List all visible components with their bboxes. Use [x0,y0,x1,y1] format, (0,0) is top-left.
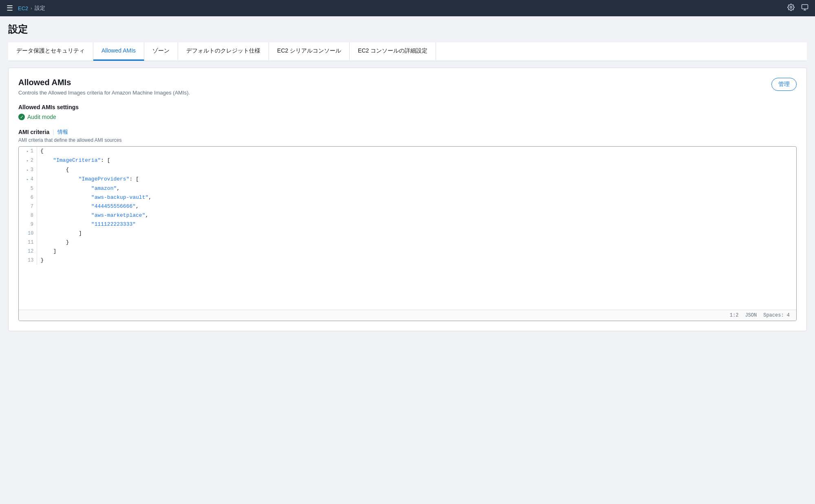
code-line: 11 } [19,238,796,247]
settings-icon[interactable] [787,4,795,13]
card-description: Controls the Allowed Images criteria for… [18,90,190,96]
line-number: 7 [19,202,37,211]
breadcrumb-ec2-link[interactable]: EC2 [18,5,28,11]
line-toggle-icon[interactable]: ▸ [25,147,31,156]
code-editor[interactable]: ▸1{▸2 "ImageCriteria": [▸3 {▸4 "ImagePro… [18,146,797,321]
line-number: ▸4 [19,175,37,184]
line-number: 5 [19,184,37,193]
card-header-left: Allowed AMIs Controls the Allowed Images… [18,78,190,96]
svg-rect-1 [802,4,808,9]
code-line: 12 ] [19,247,796,256]
criteria-divider: | [53,129,54,135]
line-toggle-icon[interactable]: ▸ [25,166,31,175]
line-number: ▸1 [19,147,37,156]
line-toggle-icon[interactable]: ▸ [25,175,31,184]
main-content: 設定 データ保護とセキュリティ Allowed AMIs ゾーン デフォルトのク… [0,16,815,504]
line-number: ▸2 [19,156,37,165]
nav-right [787,4,808,13]
hamburger-icon[interactable]: ☰ [7,4,13,13]
line-toggle-icon[interactable]: ▸ [25,156,31,165]
tab-default-credit[interactable]: デフォルトのクレジット仕様 [178,42,269,61]
code-line: 8 "aws-marketplace", [19,211,796,220]
settings-section-label: Allowed AMIs settings [18,104,797,110]
card-title: Allowed AMIs [18,78,190,87]
line-number: 13 [19,256,37,265]
code-line: ▸2 "ImageCriteria": [ [19,156,796,165]
criteria-info-link[interactable]: 情報 [57,128,68,136]
svg-point-0 [790,7,792,9]
page-title: 設定 [8,23,807,36]
code-line: 7 "444455556666", [19,202,796,211]
tab-advanced-settings[interactable]: EC2 コンソールの詳細設定 [350,42,436,61]
criteria-label: AMI criteria [18,129,49,135]
code-editor-body: ▸1{▸2 "ImageCriteria": [▸3 {▸4 "ImagePro… [19,147,796,310]
code-line: ▸1{ [19,147,796,156]
breadcrumb-chevron-icon: › [31,6,32,11]
breadcrumb: EC2 › 設定 [18,4,45,12]
criteria-header: AMI criteria | 情報 [18,128,797,136]
code-line: 9 "111122223333" [19,220,796,229]
line-number: 9 [19,220,37,229]
manage-button[interactable]: 管理 [771,78,797,91]
audit-check-icon: ✓ [18,114,25,120]
allowed-amis-card: Allowed AMIs Controls the Allowed Images… [8,68,807,331]
code-line: ▸3 { [19,165,796,175]
tab-serial-console[interactable]: EC2 シリアルコンソール [269,42,350,61]
tabs-container: データ保護とセキュリティ Allowed AMIs ゾーン デフォルトのクレジッ… [8,42,807,61]
language-indicator: JSON [745,313,757,318]
line-number: 11 [19,238,37,247]
tab-zones[interactable]: ゾーン [144,42,178,61]
audit-mode-link[interactable]: Audit mode [27,114,56,120]
code-line: 6 "aws-backup-vault", [19,193,796,202]
code-line: 5 "amazon", [19,184,796,193]
line-number: 10 [19,229,37,238]
criteria-description: AMI criteria that define the allowed AMI… [18,137,797,143]
line-number: 12 [19,247,37,256]
tab-allowed-amis[interactable]: Allowed AMIs [93,42,144,61]
code-line: 10 ] [19,229,796,238]
code-editor-footer: 1:2 JSON Spaces: 4 [19,310,796,321]
line-number: 6 [19,193,37,202]
line-number: ▸3 [19,165,37,175]
code-line: 13} [19,256,796,265]
nav-left: ☰ EC2 › 設定 [7,4,45,13]
audit-mode-status: ✓ Audit mode [18,114,797,120]
spaces-indicator: Spaces: 4 [763,313,790,318]
line-number: 8 [19,211,37,220]
breadcrumb-current-page: 設定 [35,4,45,12]
code-line: ▸4 "ImageProviders": [ [19,175,796,184]
monitor-icon[interactable] [801,4,808,13]
card-header: Allowed AMIs Controls the Allowed Images… [18,78,797,96]
top-navigation: ☰ EC2 › 設定 [0,0,815,16]
cursor-position: 1:2 [730,313,739,318]
tab-data-protection[interactable]: データ保護とセキュリティ [8,42,93,61]
